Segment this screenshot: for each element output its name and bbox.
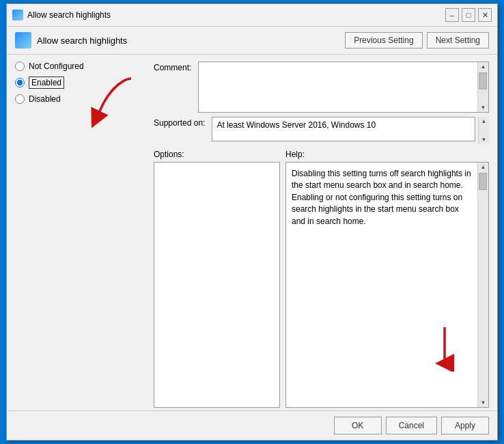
minimize-button[interactable]: –	[445, 8, 459, 22]
comment-scroll-down[interactable]: ▼	[478, 103, 488, 112]
disabled-radio[interactable]	[15, 94, 25, 104]
options-box	[154, 162, 280, 408]
help-scroll-down[interactable]: ▼	[478, 398, 488, 407]
comment-scroll-thumb	[479, 72, 487, 89]
enabled-radio[interactable]	[15, 78, 25, 87]
supported-scroll-track	[479, 126, 489, 135]
title-bar-text: Allow search highlights	[27, 10, 445, 20]
options-panel: Options:	[154, 150, 280, 408]
supported-value: At least Windows Server 2016, Windows 10	[212, 117, 475, 141]
not-configured-label: Not Configured	[29, 61, 84, 71]
comment-scroll-track	[478, 71, 488, 103]
help-scroll-track	[478, 171, 488, 398]
comment-scroll-up[interactable]: ▲	[478, 62, 488, 71]
comment-label: Comment:	[154, 61, 191, 72]
title-bar: Allow search highlights – □ ✕	[7, 4, 497, 27]
options-label: Options:	[154, 150, 280, 159]
dialog-header-title: Allow search highlights	[37, 36, 345, 46]
supported-box: At least Windows Server 2016, Windows 10	[212, 117, 475, 141]
disabled-option[interactable]: Disabled	[15, 94, 148, 104]
footer: OK Cancel Apply	[7, 411, 497, 440]
options-help-row: Options: Help: Disabling this setting tu…	[154, 150, 489, 408]
comment-scrollbar: ▲ ▼	[477, 62, 488, 112]
radio-group: Not Configured Enabled Disabled	[15, 61, 148, 104]
not-configured-radio[interactable]	[15, 61, 25, 71]
title-bar-controls: – □ ✕	[445, 8, 492, 22]
dialog-header: Allow search highlights Previous Setting…	[7, 27, 497, 55]
navigation-buttons: Previous Setting Next Setting	[345, 32, 489, 48]
maximize-button[interactable]: □	[462, 8, 475, 22]
next-setting-button[interactable]: Next Setting	[427, 32, 489, 48]
dialog-icon	[12, 10, 23, 20]
help-text: Disabling this setting turns off search …	[286, 163, 477, 407]
apply-button[interactable]: Apply	[441, 417, 489, 434]
ok-button[interactable]: OK	[334, 417, 382, 434]
comment-section: Comment: ▲ ▼	[154, 61, 489, 113]
supported-section: Supported on: At least Windows Server 20…	[154, 117, 489, 144]
comment-textarea[interactable]	[199, 62, 477, 112]
comment-area-box: ▲ ▼	[198, 61, 489, 113]
enabled-option[interactable]: Enabled	[15, 77, 148, 89]
left-radio-panel: Not Configured Enabled Disabled	[15, 61, 148, 408]
enabled-label: Enabled	[29, 77, 64, 89]
supported-scrollbar: ▲ ▼	[478, 117, 489, 144]
help-scroll-up[interactable]: ▲	[478, 163, 488, 171]
help-scroll-thumb	[479, 173, 487, 190]
allow-search-highlights-dialog: Allow search highlights – □ ✕ Allow sear…	[6, 3, 498, 441]
help-panel: Help: Disabling this setting turns off s…	[285, 150, 489, 408]
help-scrollbar: ▲ ▼	[477, 163, 488, 407]
help-label: Help:	[285, 150, 489, 159]
supported-label: Supported on:	[154, 117, 205, 128]
not-configured-option[interactable]: Not Configured	[15, 61, 148, 71]
supported-scroll-up[interactable]: ▲	[479, 117, 489, 126]
supported-scroll-down[interactable]: ▼	[479, 135, 489, 144]
disabled-label: Disabled	[29, 94, 61, 104]
help-content-box: Disabling this setting turns off search …	[285, 162, 489, 408]
close-button[interactable]: ✕	[478, 8, 492, 22]
previous-setting-button[interactable]: Previous Setting	[345, 32, 422, 48]
cancel-button[interactable]: Cancel	[386, 417, 437, 434]
right-panel: Comment: ▲ ▼ Supported on: At least	[154, 61, 489, 408]
header-icon	[15, 32, 31, 48]
